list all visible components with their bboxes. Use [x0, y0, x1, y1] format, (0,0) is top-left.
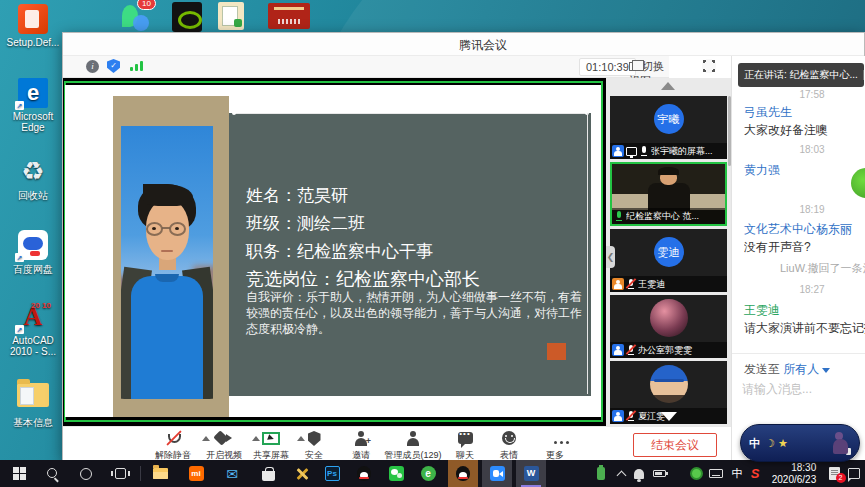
task-view-button[interactable] [106, 460, 134, 487]
desktop-screen: Setup.Def... e ↗ Microsoft Edge ♻ 回收站 ↗ … [0, 0, 865, 487]
avatar [650, 365, 688, 403]
taskbar-qq[interactable] [350, 460, 378, 487]
start-button[interactable] [4, 460, 34, 487]
participant-tile[interactable]: 夏江雯 [610, 361, 727, 424]
red-book-icon [268, 3, 310, 29]
window-titlebar[interactable]: 腾讯会议 [63, 33, 864, 56]
slide-orange-square [547, 343, 566, 360]
taskbar-360-browser[interactable]: e [414, 460, 442, 487]
audience-dropdown[interactable]: 所有人 [783, 362, 819, 376]
tray-keyboard[interactable] [706, 460, 726, 487]
tray-note[interactable]: 2 [824, 460, 844, 487]
slide-border-line [234, 113, 587, 114]
taskbar-tencent-meeting[interactable] [482, 460, 512, 487]
desktop-icon-folder-info[interactable]: 基本信息 [4, 380, 62, 430]
fullscreen-icon[interactable] [703, 60, 715, 72]
participant-name: 张宇曦的屏幕... [651, 145, 725, 158]
recycle-bin-icon: ♻ [17, 156, 49, 186]
word-icon: W [524, 466, 539, 481]
participant-tile[interactable]: 办公室郭雯雯 [610, 295, 727, 358]
desktop-icon-autocad[interactable]: A20 10 ↗ AutoCAD 2010 - S... [4, 302, 62, 357]
green-circle-icon [690, 467, 703, 480]
taskbar-mi-app[interactable]: mi [182, 460, 210, 487]
scroll-down-arrow[interactable] [661, 412, 677, 421]
speaking-toast[interactable]: 正在讲话: 纪检监察中心... [738, 63, 864, 87]
tray-sogou[interactable]: S [746, 460, 764, 487]
desktop-icon-app-badge[interactable]: 10 [120, 1, 152, 31]
tray-battery[interactable] [648, 460, 670, 487]
unmute-button[interactable]: 解除静音 [145, 430, 201, 462]
taskbar-tools-app[interactable] [288, 460, 316, 487]
tray-notifications[interactable] [630, 460, 648, 487]
more-dots-icon [554, 441, 557, 444]
switch-view-icon [629, 62, 639, 71]
sogou-icon: S [751, 466, 760, 481]
ime-cn-indicator: 中 [732, 466, 743, 481]
chat-sender: 黄力强 [744, 162, 780, 179]
desktop-icon-red-book[interactable] [268, 3, 310, 29]
tray-ime-mode[interactable]: 中 [728, 460, 746, 487]
chat-sticker [851, 168, 865, 198]
participant-tile[interactable]: 雯迪 王雯迪 [610, 229, 727, 292]
battery-charging-icon [597, 467, 605, 480]
taskbar-wechat[interactable] [382, 460, 410, 487]
taskbar-store[interactable] [254, 460, 282, 487]
bell-icon [634, 469, 644, 479]
photoshop-icon: Ps [325, 466, 340, 481]
chat-panel: 正在讲话: 纪检监察中心... 17:58 弓虽先生 大家改好备注噢 18:03… [731, 56, 865, 461]
end-meeting-button[interactable]: 结束会议 [633, 433, 717, 457]
collapse-strip-chevron[interactable]: ❮ [606, 246, 615, 268]
desktop-icon-notes[interactable] [218, 2, 244, 30]
participant-namebar: 办公室郭雯雯 [610, 342, 727, 358]
slide-name-line: 姓名：范昊研 [246, 184, 348, 207]
participant-tile-screenshare[interactable]: 宇曦 张宇曦的屏幕... [610, 96, 727, 159]
taskbar-qq-active[interactable] [448, 460, 478, 487]
desktop-icon-label: Setup.Def... [4, 37, 62, 48]
participant-tile-speaking[interactable]: 纪检监察中心 范... [610, 162, 727, 226]
scroll-up-arrow[interactable] [661, 82, 675, 90]
mic-active-icon [614, 210, 624, 222]
meeting-timer: 01:10:39 [579, 58, 636, 76]
share-screen-icon [262, 432, 280, 445]
more-button[interactable]: 更多 [527, 430, 583, 462]
desktop-icon-nvidia[interactable] [172, 2, 202, 32]
taskbar-mail[interactable]: ✉ [218, 460, 246, 487]
taskbar-word[interactable]: W [516, 460, 546, 487]
tray-green-battery[interactable] [592, 460, 610, 487]
taskbar-clock[interactable]: 18:302020/6/23 [766, 460, 822, 487]
participants-strip: 宇曦 张宇曦的屏幕... 纪检监察中心 范... 雯迪 [606, 78, 731, 426]
chat-sender-self: 王雯迪 [744, 302, 780, 319]
chat-input[interactable] [742, 382, 862, 396]
action-center-icon [848, 468, 860, 479]
taskbar-file-explorer[interactable] [146, 460, 174, 487]
sogou-ime-widget[interactable]: 中 ☽ ★ [740, 424, 860, 462]
desktop-icon-setup[interactable]: Setup.Def... [4, 4, 62, 48]
meeting-info-icon[interactable]: i [86, 60, 99, 73]
mi-icon: mi [189, 466, 204, 481]
security-shield-icon[interactable]: ✓ [107, 59, 120, 73]
shortcut-arrow-icon: ↗ [15, 101, 24, 110]
send-to-row: 发送至 所有人 [744, 361, 830, 378]
desktop-icon-baidu-netdisk[interactable]: ↗ 百度网盘 [4, 230, 62, 277]
taskbar-search[interactable] [38, 460, 66, 487]
search-icon [46, 467, 59, 480]
taskbar-cortana[interactable] [72, 460, 100, 487]
chat-message: 请大家演讲前不要忘记打开麦 [744, 320, 865, 337]
chat-timestamp: 18:03 [732, 144, 865, 155]
member-badge-icon [612, 410, 624, 422]
participant-namebar: 张宇曦的屏幕... [610, 143, 727, 159]
mic-muted-icon [167, 430, 179, 446]
tray-360-safe[interactable] [686, 460, 706, 487]
send-to-label: 发送至 [744, 362, 780, 376]
desktop-icon-edge[interactable]: e ↗ Microsoft Edge [4, 78, 62, 133]
tray-hidden-icons[interactable] [612, 460, 630, 487]
participant-name: 王雯迪 [638, 278, 725, 291]
action-center-button[interactable] [844, 460, 864, 487]
chat-sender: 文化艺术中心杨东丽 [744, 221, 852, 238]
ime-mode-indicator[interactable]: 中 [749, 436, 760, 451]
meeting-camera-icon [490, 466, 505, 481]
taskbar-photoshop[interactable]: Ps [318, 460, 346, 487]
invite-person-icon: + [354, 431, 368, 446]
desktop-icon-recycle-bin[interactable]: ♻ 回收站 [4, 156, 62, 203]
desktop-icon-label: 回收站 [4, 189, 62, 203]
